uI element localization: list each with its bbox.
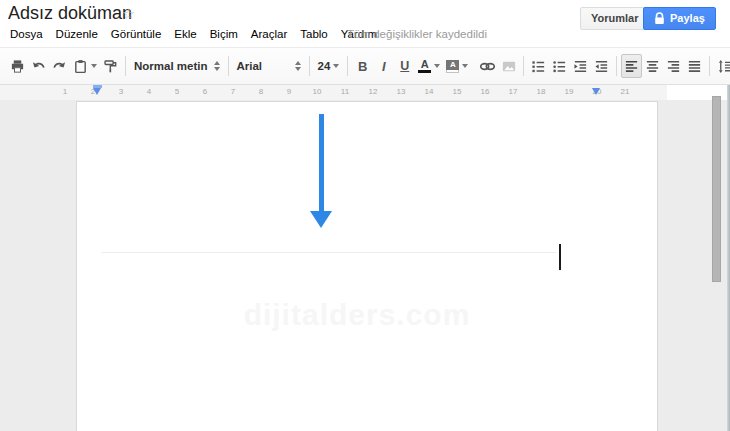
bulleted-list-icon [552, 59, 567, 74]
bulleted-list-button[interactable] [549, 54, 570, 78]
redo-icon [52, 59, 67, 74]
toolbar-separator [228, 56, 229, 76]
align-right-icon [666, 59, 681, 74]
link-icon [479, 59, 496, 74]
horizontal-line-shape[interactable] [101, 252, 556, 253]
text-color-dropdown-arrow[interactable] [434, 64, 440, 68]
document-title[interactable]: Adsız doküman [8, 3, 132, 24]
left-indent-marker[interactable] [93, 88, 101, 95]
justify-button[interactable] [684, 54, 705, 78]
italic-button[interactable]: I [373, 54, 394, 78]
highlight-color-button[interactable]: A [443, 54, 471, 78]
text-cursor [559, 244, 561, 270]
document-page[interactable]: dijitalders.com [76, 101, 658, 431]
font-size-value: 24 [318, 60, 331, 72]
vertical-scrollbar-thumb[interactable] [712, 96, 721, 282]
bold-label: B [358, 59, 367, 74]
toolbar-separator [125, 56, 126, 76]
line-spacing-button[interactable] [714, 54, 730, 78]
menu-bicim[interactable]: Biçim [208, 26, 240, 42]
down-arrow-shape[interactable] [319, 114, 324, 212]
menu-bar: Dosya Düzenle Görüntüle Ekle Biçim Araçl… [8, 26, 379, 42]
right-indent-marker[interactable] [592, 88, 600, 95]
highlight-color-icon: A [446, 60, 459, 73]
share-button-label: Paylaş [670, 8, 705, 29]
share-button[interactable]: Paylaş [643, 7, 716, 30]
italic-label: I [382, 59, 386, 74]
menu-ekle[interactable]: Ekle [172, 26, 198, 42]
text-color-button[interactable]: A [415, 54, 443, 78]
align-center-button[interactable] [642, 54, 663, 78]
print-icon [10, 59, 25, 74]
redo-button[interactable] [49, 54, 70, 78]
save-status: Tüm değişiklikler kaydedildi [347, 28, 487, 40]
increase-indent-button[interactable] [591, 54, 612, 78]
document-background: dijitalders.com [0, 100, 730, 431]
paint-roller-icon [103, 59, 118, 74]
line-spacing-icon [717, 59, 730, 74]
web-clipboard-button[interactable] [70, 54, 100, 78]
numbered-list-button[interactable] [528, 54, 549, 78]
toolbar-separator [523, 56, 524, 76]
font-size-dropdown[interactable]: 24 [314, 54, 344, 78]
star-icon[interactable]: ☆ [122, 5, 135, 23]
highlight-dropdown-arrow[interactable] [462, 64, 468, 68]
styles-dropdown-value: Normal metin [134, 60, 208, 72]
menu-araclar[interactable]: Araçlar [249, 26, 289, 42]
align-left-button[interactable] [621, 54, 642, 78]
font-size-dropdown-arrow [333, 64, 339, 68]
lock-icon [654, 12, 665, 25]
bold-button[interactable]: B [352, 54, 373, 78]
styles-dropdown[interactable]: Normal metin [130, 54, 224, 78]
ruler-numbers: 12 34 56 78 910 1112 1314 1516 1718 1920… [55, 87, 635, 96]
paint-format-button[interactable] [100, 54, 121, 78]
increase-indent-icon [594, 59, 609, 74]
text-color-icon: A [418, 59, 431, 73]
justify-icon [687, 59, 702, 74]
stepper-icon [214, 61, 220, 71]
print-button[interactable] [7, 54, 28, 78]
insert-image-button[interactable] [498, 54, 519, 78]
insert-link-button[interactable] [477, 54, 498, 78]
clipboard-icon [73, 59, 88, 74]
align-center-icon [645, 59, 660, 74]
image-icon [501, 59, 517, 74]
comments-button-label: Yorumlar [591, 8, 638, 29]
undo-button[interactable] [28, 54, 49, 78]
menu-goruntule[interactable]: Görüntüle [109, 26, 164, 42]
font-dropdown[interactable]: Arial [233, 54, 305, 78]
numbered-list-icon [531, 59, 546, 74]
clipboard-dropdown-arrow[interactable] [91, 64, 97, 68]
ruler[interactable]: 12 34 56 78 910 1112 1314 1516 1718 1920… [0, 85, 667, 100]
underline-label: U [400, 59, 409, 73]
toolbar: Normal metin Arial 24 B I U A A [0, 47, 730, 85]
underline-button[interactable]: U [394, 54, 415, 78]
watermark-text: dijitalders.com [187, 298, 527, 332]
decrease-indent-button[interactable] [570, 54, 591, 78]
toolbar-separator [309, 56, 310, 76]
toolbar-separator [616, 56, 617, 76]
down-arrow-head[interactable] [310, 211, 332, 228]
comments-button[interactable]: Yorumlar [580, 7, 649, 30]
stepper-icon [295, 61, 301, 71]
decrease-indent-icon [573, 59, 588, 74]
align-left-icon [624, 59, 639, 74]
undo-icon [31, 59, 46, 74]
toolbar-separator [347, 56, 348, 76]
align-right-button[interactable] [663, 54, 684, 78]
menu-tablo[interactable]: Tablo [298, 26, 330, 42]
menu-dosya[interactable]: Dosya [8, 26, 45, 42]
font-dropdown-value: Arial [237, 60, 263, 72]
toolbar-separator [709, 56, 710, 76]
menu-duzenle[interactable]: Düzenle [54, 26, 100, 42]
